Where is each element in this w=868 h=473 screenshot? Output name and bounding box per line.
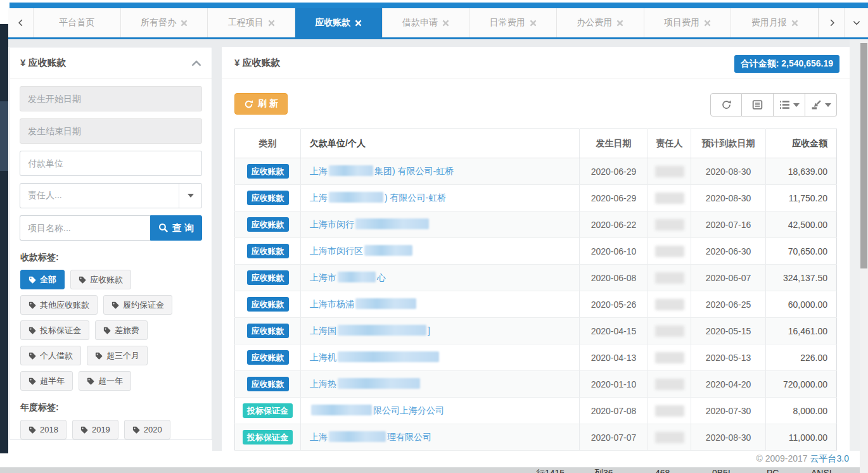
close-icon[interactable] [355,20,362,27]
category-badge: 投标保证金 [243,403,293,418]
close-icon[interactable] [791,20,798,27]
redacted-block [329,165,373,176]
amount: 226.00 [766,344,837,371]
amount: 324,137.50 [766,265,837,291]
debtor-link[interactable]: 上海国] [310,325,430,336]
tag-over-one-year[interactable]: 超一年 [79,371,131,391]
debtor-link[interactable]: 上海市杨浦 [310,299,418,309]
close-icon[interactable] [616,20,623,27]
tag-icon [95,352,103,360]
vertical-scrollbar [860,39,868,473]
tag-receivable[interactable]: 应收账款 [70,270,131,289]
due-date: 2020-06-07 [691,265,766,291]
tag-label: 应收账款 [90,274,123,286]
start-date-input[interactable] [20,86,202,111]
tag-section-label: 收款标签: [20,252,201,263]
amount: 11,750.20 [766,185,837,211]
close-icon[interactable] [530,20,537,27]
tab-scroll-right-button[interactable] [819,8,844,37]
left-scrollbar-thumb[interactable] [0,101,8,171]
tab-accounts-receivable[interactable]: 应收账款 [295,8,383,37]
tag-year-2020[interactable]: 2020 [124,420,170,439]
tag-all[interactable]: 全部 [20,270,65,289]
tag-year-2018[interactable]: 2018 [20,420,67,439]
underlying-statusbar: 行1415 列36 468 0B5L PC ANSI [0,467,860,473]
owner-select[interactable]: 责任人... [20,183,202,208]
tab-office-expense[interactable]: 办公费用 [557,8,644,37]
tag-other-receivable[interactable]: 其他应收账款 [20,295,98,315]
collapse-panel-button[interactable] [191,60,201,67]
tag-year-2019[interactable]: 2019 [72,420,118,439]
tag-bid-bond[interactable]: 投标保证金 [20,320,89,340]
background-strip [850,39,860,451]
tab-list-button[interactable] [844,8,868,37]
export-icon [811,99,822,110]
tab-project-expense[interactable]: 项目费用 [644,8,732,37]
brand-link[interactable]: 云平台3.0 [810,453,849,464]
occur-date: 2020-01-10 [580,371,648,398]
tab-daily-expense[interactable]: 日常费用 [469,8,557,37]
tag-travel-expense[interactable]: 差旅费 [95,320,148,340]
tab-loan-application[interactable]: 借款申请 [383,8,470,37]
table-row[interactable]: 应收账款 上海热 2020-01-10 2020-04-20 720,000.0… [235,371,837,398]
tag-label: 2018 [40,425,58,434]
project-name-input[interactable] [20,215,150,241]
columns-button[interactable] [774,93,805,117]
table-row[interactable]: 应收账款 上海) 有限公司-虹桥 2020-06-29 2020-08-30 1… [235,185,837,211]
end-date-input[interactable] [20,118,202,144]
tag-personal-loan[interactable]: 个人借款 [20,346,81,365]
payer-input[interactable] [20,151,202,176]
statusbar-column: 列36 [594,468,613,473]
chevron-left-icon [16,18,25,27]
table-row[interactable]: 投标保证金 限公司上海分公司 2020-07-08 2020-07-30 8,0… [235,398,837,424]
debtor-link[interactable]: 限公司上海分公司 [310,405,444,415]
tag-icon [79,276,86,284]
background-strip [8,39,860,47]
close-icon[interactable] [268,20,275,27]
export-button[interactable] [805,93,837,117]
filter-panel-title: ¥ 应收账款 [20,57,67,69]
close-icon[interactable] [704,20,711,27]
tab-platform-home[interactable]: 平台首页 [34,8,121,37]
category-badge: 应收账款 [247,350,289,365]
tag-performance-bond[interactable]: 履约保证金 [103,295,172,315]
debtor-link[interactable]: 上海机 [310,352,440,362]
debtor-link[interactable]: 上海理有限公司 [310,432,431,442]
close-icon[interactable] [442,20,449,27]
table-row[interactable]: 应收账款 上海市心 2020-06-08 2020-06-07 324,137.… [235,265,837,291]
search-button[interactable]: 查 询 [150,215,202,241]
table-row[interactable]: 应收账款 上海国] 2020-04-15 2020-05-15 16,461.0… [235,318,837,344]
scrollbar-thumb[interactable] [860,43,867,268]
tab-expense-monthly-report[interactable]: 费用月报 [731,8,819,37]
debtor-link[interactable]: 上海市心 [310,272,386,282]
tag-label: 履约保证金 [123,300,164,311]
list-icon [779,99,790,110]
redacted-block [364,245,412,256]
tab-engineering-project[interactable]: 工程项目 [208,8,295,37]
table-view-button[interactable] [742,93,774,117]
table-row[interactable]: 投标保证金 上海理有限公司 2020-07-07 2020-08-30 11,0… [235,424,837,451]
table-row[interactable]: 应收账款 上海机 2020-04-13 2020-05-13 226.00 [235,344,837,371]
owner-select-caret-button[interactable] [179,184,201,208]
close-icon[interactable] [181,20,188,27]
debtor-link[interactable]: 上海集团) 有限公司-虹桥 [310,166,454,176]
debtor-link[interactable]: 上海市闵行区 [310,246,414,256]
tag-over-half-year[interactable]: 超半年 [20,371,73,391]
category-badge: 应收账款 [247,377,289,391]
owner-redacted [648,265,691,291]
debtor-link[interactable]: 上海热 [310,379,421,389]
debtor-link[interactable]: 上海) 有限公司-虹桥 [310,192,446,203]
table-row[interactable]: 应收账款 上海集团) 有限公司-虹桥 2020-06-29 2020-08-30… [235,158,837,185]
table-row[interactable]: 应收账款 上海市闵行 2020-06-22 2020-07-16 42,500.… [235,211,837,238]
due-date: 2020-05-13 [691,344,766,371]
reload-table-button[interactable] [710,93,742,117]
tab-scroll-left-button[interactable] [8,8,34,37]
tab-all-supervision[interactable]: 所有督办 [121,8,208,37]
table-row[interactable]: 应收账款 上海市杨浦 2020-05-26 2020-06-25 60,000.… [235,291,837,318]
table-row[interactable]: 应收账款 上海市闵行区 2020-06-10 2020-06-30 70,650… [235,238,837,265]
refresh-button[interactable]: 刷 新 [234,93,288,115]
debtor-link[interactable]: 上海市闵行 [310,219,430,229]
owner-redacted [648,185,691,211]
tag-over-3-months[interactable]: 超三个月 [87,346,148,365]
tag-label: 超半年 [40,375,65,387]
